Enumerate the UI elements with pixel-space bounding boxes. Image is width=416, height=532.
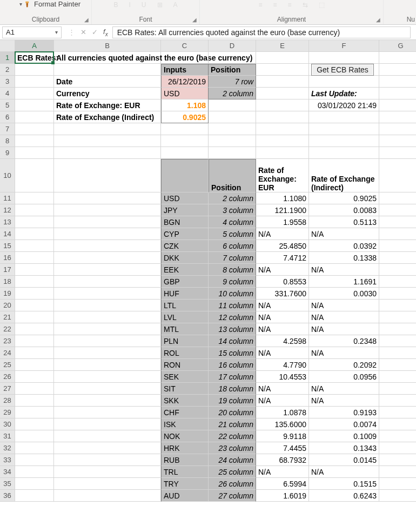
row-header[interactable]: 36 xyxy=(0,490,15,502)
ccy-cell[interactable]: PLN xyxy=(161,335,209,347)
value-last-update[interactable]: 03/01/2020 21:49 xyxy=(309,99,379,111)
position-cell[interactable]: 26 column xyxy=(209,478,256,490)
th-rate-eur[interactable]: Rate of Exchange: EUR xyxy=(256,159,309,192)
cell[interactable] xyxy=(256,88,309,99)
cell[interactable] xyxy=(209,111,256,123)
ccy-cell[interactable]: TRL xyxy=(161,466,209,478)
column-header[interactable]: A xyxy=(15,40,54,52)
row-header[interactable]: 35 xyxy=(0,478,15,490)
rate-eur-cell[interactable]: 1.6019 xyxy=(256,490,309,502)
cell[interactable] xyxy=(309,52,379,64)
cell[interactable] xyxy=(15,123,54,135)
cell[interactable] xyxy=(15,147,54,159)
rate-eur-cell[interactable]: 4.7790 xyxy=(256,359,309,371)
cell[interactable] xyxy=(15,264,54,276)
position-header[interactable]: Position xyxy=(209,64,256,76)
ccy-cell[interactable]: HUF xyxy=(161,288,209,300)
row-header[interactable]: 31 xyxy=(0,430,15,442)
row-header[interactable]: 34 xyxy=(0,466,15,478)
ccy-cell[interactable]: SKK xyxy=(161,395,209,407)
cell[interactable] xyxy=(54,359,161,371)
cell[interactable] xyxy=(54,383,161,395)
get-ecb-rates-button[interactable]: Get ECB Rates xyxy=(311,64,374,76)
row-header[interactable]: 11 xyxy=(0,192,15,204)
cell[interactable] xyxy=(209,123,256,135)
rate-eur-cell[interactable]: 10.4553 xyxy=(256,371,309,383)
input-currency[interactable]: USD xyxy=(161,88,209,99)
position-cell[interactable]: 11 column xyxy=(209,300,256,311)
cell[interactable] xyxy=(161,52,209,64)
rate-ind-cell[interactable]: 0.6243 xyxy=(309,490,379,502)
position-cell[interactable]: 15 column xyxy=(209,347,256,359)
row-header[interactable]: 17 xyxy=(0,264,15,276)
rate-eur-cell[interactable]: 4.2598 xyxy=(256,335,309,347)
cell[interactable] xyxy=(379,216,416,228)
position-cell[interactable]: 6 column xyxy=(209,240,256,252)
ccy-cell[interactable]: NOK xyxy=(161,430,209,442)
cell[interactable] xyxy=(15,252,54,264)
rate-eur-cell[interactable]: N/A xyxy=(256,323,309,335)
row-header[interactable]: 10 xyxy=(0,159,15,192)
cell[interactable] xyxy=(15,395,54,407)
label-rate-ind[interactable]: Rate of Exchange (Indirect) xyxy=(54,111,161,123)
rate-eur-cell[interactable]: 135.6000 xyxy=(256,418,309,430)
position-cell[interactable]: 22 column xyxy=(209,430,256,442)
label-rate-eur[interactable]: Rate of Exchange: EUR xyxy=(54,99,161,111)
cell[interactable] xyxy=(54,430,161,442)
th-rate-ind[interactable]: Rate of Exchange (Indirect) xyxy=(309,159,379,192)
cell[interactable] xyxy=(15,407,54,418)
ccy-cell[interactable]: MTL xyxy=(161,323,209,335)
cell[interactable] xyxy=(256,64,309,76)
cell[interactable] xyxy=(379,418,416,430)
column-header[interactable]: D xyxy=(209,40,256,52)
ccy-cell[interactable]: EEK xyxy=(161,264,209,276)
cell[interactable] xyxy=(54,276,161,288)
rate-eur-cell[interactable]: N/A xyxy=(256,383,309,395)
dropdown-icon[interactable]: ▾ xyxy=(55,29,58,35)
cell[interactable] xyxy=(54,323,161,335)
row-header[interactable]: 33 xyxy=(0,454,15,466)
rate-eur-cell[interactable]: N/A xyxy=(256,264,309,276)
cell[interactable] xyxy=(309,135,379,147)
ccy-cell[interactable]: ISK xyxy=(161,418,209,430)
rate-eur-cell[interactable]: 0.8553 xyxy=(256,276,309,288)
cell[interactable] xyxy=(256,135,309,147)
input-date[interactable]: 26/12/2019 xyxy=(161,76,209,88)
cell[interactable] xyxy=(54,347,161,359)
position-cell[interactable]: 18 column xyxy=(209,383,256,395)
cell[interactable] xyxy=(379,88,416,99)
cell[interactable] xyxy=(54,335,161,347)
column-header[interactable]: C xyxy=(161,40,209,52)
rate-ind-cell[interactable]: N/A xyxy=(309,383,379,395)
formula-bar-input[interactable]: ECB Rates: All currencies quoted against… xyxy=(112,26,411,38)
options-icon[interactable]: ⋮ xyxy=(68,28,75,36)
cell[interactable] xyxy=(15,490,54,502)
rate-ind-cell[interactable]: N/A xyxy=(309,466,379,478)
rate-eur-cell[interactable]: 68.7932 xyxy=(256,454,309,466)
row-header[interactable]: 2 xyxy=(0,64,15,76)
th-position[interactable]: Position xyxy=(209,159,256,192)
ccy-cell[interactable]: LVL xyxy=(161,311,209,323)
fx-icon[interactable]: fx xyxy=(103,28,108,37)
cell[interactable] xyxy=(15,99,54,111)
cell[interactable] xyxy=(15,466,54,478)
cell[interactable] xyxy=(379,264,416,276)
cell[interactable] xyxy=(309,147,379,159)
cell[interactable] xyxy=(15,383,54,395)
column-header[interactable]: G xyxy=(379,40,416,52)
cell[interactable] xyxy=(15,135,54,147)
label-last-update[interactable]: Last Update: xyxy=(309,88,379,99)
cell[interactable] xyxy=(15,418,54,430)
rate-ind-cell[interactable]: 0.0392 xyxy=(309,240,379,252)
cell[interactable] xyxy=(379,252,416,264)
rate-ind-cell[interactable]: N/A xyxy=(309,323,379,335)
title-b1[interactable]: All currencies quoted against the euro (… xyxy=(54,52,161,64)
cell[interactable] xyxy=(379,371,416,383)
ccy-cell[interactable]: CHF xyxy=(161,407,209,418)
cell[interactable] xyxy=(379,383,416,395)
position-cell[interactable]: 27 column xyxy=(209,490,256,502)
cell[interactable] xyxy=(54,264,161,276)
ccy-cell[interactable]: SEK xyxy=(161,371,209,383)
position-cell[interactable]: 13 column xyxy=(209,323,256,335)
rate-eur-cell[interactable]: 1.0878 xyxy=(256,407,309,418)
